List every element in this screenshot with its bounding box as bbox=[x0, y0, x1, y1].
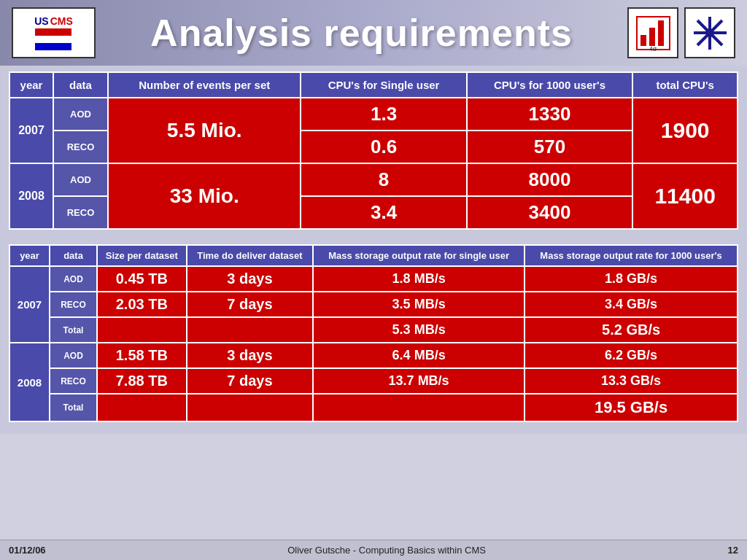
time-2007-aod: 3 days bbox=[187, 266, 314, 292]
rate-1000-2008-total: 19.5 GB/s bbox=[525, 394, 738, 421]
t1-h-cpu-1000: CPU's for 1000 user's bbox=[467, 72, 633, 98]
table-row: RECO 7.88 TB 7 days 13.7 MB/s 13.3 GB/s bbox=[9, 368, 738, 394]
size-2008-aod: 1.58 TB bbox=[97, 343, 187, 368]
data2-2007-reco: RECO bbox=[50, 292, 97, 317]
size-2007-total bbox=[97, 317, 187, 343]
size-2008-total bbox=[97, 394, 187, 421]
main-content: year data Number of events per set CPU's… bbox=[0, 66, 747, 434]
footer-date: 01/12/06 bbox=[9, 545, 46, 556]
data2-2008-reco: RECO bbox=[50, 368, 97, 394]
time-2007-total bbox=[187, 317, 314, 343]
t2-h-time: Time do deliver dataset bbox=[187, 245, 314, 266]
events-2007: 5.5 Mio. bbox=[108, 98, 301, 163]
t1-h-events: Number of events per set bbox=[108, 72, 301, 98]
time-2008-reco: 7 days bbox=[187, 368, 314, 394]
total-cpu-2007: 1900 bbox=[632, 98, 738, 163]
cpu-1000-2008-aod: 8000 bbox=[467, 163, 633, 196]
cpu-1000-2008-reco: 3400 bbox=[467, 196, 633, 229]
footer-page: 12 bbox=[728, 545, 738, 556]
year-2007: 2007 bbox=[9, 98, 53, 163]
t2-h-rate-single: Mass storage output rate for single user bbox=[313, 245, 525, 266]
rate-single-2008-aod: 6.4 MB/s bbox=[313, 343, 525, 368]
time-2007-reco: 7 days bbox=[187, 292, 314, 317]
t2-h-rate-1000: Mass storage output rate for 1000 user's bbox=[525, 245, 738, 266]
rate-1000-2007-reco: 3.4 GB/s bbox=[525, 292, 738, 317]
data-2007-aod: AOD bbox=[53, 98, 108, 131]
rate-single-2008-total bbox=[313, 394, 525, 421]
data2-2008-aod: AOD bbox=[50, 343, 97, 368]
size-2007-reco: 2.03 TB bbox=[97, 292, 187, 317]
svg-rect-4 bbox=[658, 20, 664, 46]
logo-box-2 bbox=[684, 7, 735, 58]
data-2008-reco: RECO bbox=[53, 196, 108, 229]
svg-rect-2 bbox=[640, 35, 646, 46]
data2-2007-total: Total bbox=[50, 317, 97, 343]
page-title: Analysis requirements bbox=[96, 11, 627, 55]
table-gap bbox=[9, 236, 738, 244]
rate-1000-2008-aod: 6.2 GB/s bbox=[525, 343, 738, 368]
cpu-single-2008-aod: 8 bbox=[301, 163, 466, 196]
t1-h-year: year bbox=[9, 72, 53, 98]
t1-h-cpu-single: CPU's for Single user bbox=[301, 72, 466, 98]
rate-1000-2007-total: 5.2 GB/s bbox=[525, 317, 738, 343]
table-row: Total 5.3 MB/s 5.2 GB/s bbox=[9, 317, 738, 343]
table2: year data Size per dataset Time do deliv… bbox=[9, 244, 738, 422]
data-2008-aod: AOD bbox=[53, 163, 108, 196]
size-2008-reco: 7.88 TB bbox=[97, 368, 187, 394]
table-row: 2007 AOD 5.5 Mio. 1.3 1330 1900 bbox=[9, 98, 738, 131]
time-2008-total bbox=[187, 394, 314, 421]
header: US CMS Analysis requirements 4σ bbox=[0, 0, 747, 66]
total-cpu-2008: 11400 bbox=[632, 163, 738, 229]
t2-h-year: year bbox=[9, 245, 50, 266]
svg-text:4σ: 4σ bbox=[649, 45, 657, 52]
footer: 01/12/06 Oliver Gutsche - Computing Basi… bbox=[0, 540, 747, 560]
table-row: 2008 AOD 33 Mio. 8 8000 11400 bbox=[9, 163, 738, 196]
table-row: RECO 2.03 TB 7 days 3.5 MB/s 3.4 GB/s bbox=[9, 292, 738, 317]
rate-single-2007-reco: 3.5 MB/s bbox=[313, 292, 525, 317]
data-2007-reco: RECO bbox=[53, 131, 108, 163]
cpu-1000-2007-reco: 570 bbox=[467, 131, 633, 163]
rate-1000-2007-aod: 1.8 GB/s bbox=[525, 266, 738, 292]
events-2008: 33 Mio. bbox=[108, 163, 301, 229]
t2-h-size: Size per dataset bbox=[97, 245, 187, 266]
rate-single-2007-aod: 1.8 MB/s bbox=[313, 266, 525, 292]
table1: year data Number of events per set CPU's… bbox=[9, 71, 738, 230]
logo-cms-text: CMS bbox=[50, 15, 73, 27]
cpu-1000-2007-aod: 1330 bbox=[467, 98, 633, 131]
header-right-logos: 4σ bbox=[627, 7, 735, 58]
rate-single-2007-total: 5.3 MB/s bbox=[313, 317, 525, 343]
svg-point-11 bbox=[705, 28, 714, 37]
year2-2008: 2008 bbox=[9, 343, 50, 421]
t1-h-total: total CPU's bbox=[632, 72, 738, 98]
cpu-single-2007-aod: 1.3 bbox=[301, 98, 466, 131]
table1-section: year data Number of events per set CPU's… bbox=[9, 71, 738, 230]
rate-1000-2008-reco: 13.3 GB/s bbox=[525, 368, 738, 394]
rate-single-2008-reco: 13.7 MB/s bbox=[313, 368, 525, 394]
t2-h-data: data bbox=[50, 245, 97, 266]
data2-2008-total: Total bbox=[50, 394, 97, 421]
table-row: 2008 AOD 1.58 TB 3 days 6.4 MB/s 6.2 GB/… bbox=[9, 343, 738, 368]
size-2007-aod: 0.45 TB bbox=[97, 266, 187, 292]
logo-us-text: US bbox=[34, 15, 48, 27]
data2-2007-aod: AOD bbox=[50, 266, 97, 292]
svg-rect-3 bbox=[649, 28, 655, 46]
logo-uscms: US CMS bbox=[12, 7, 96, 58]
year2-2007: 2007 bbox=[9, 266, 50, 343]
logo-box-1: 4σ bbox=[627, 7, 678, 58]
t1-h-data: data bbox=[53, 72, 108, 98]
footer-text: Oliver Gutsche - Computing Basics within… bbox=[287, 545, 486, 556]
year-2008: 2008 bbox=[9, 163, 53, 229]
time-2008-aod: 3 days bbox=[187, 343, 314, 368]
cpu-single-2007-reco: 0.6 bbox=[301, 131, 466, 163]
table2-section: year data Size per dataset Time do deliv… bbox=[9, 244, 738, 422]
table-row: 2007 AOD 0.45 TB 3 days 1.8 MB/s 1.8 GB/… bbox=[9, 266, 738, 292]
cpu-single-2008-reco: 3.4 bbox=[301, 196, 466, 229]
logo-flag bbox=[35, 28, 71, 50]
table-row: Total 19.5 GB/s bbox=[9, 394, 738, 421]
